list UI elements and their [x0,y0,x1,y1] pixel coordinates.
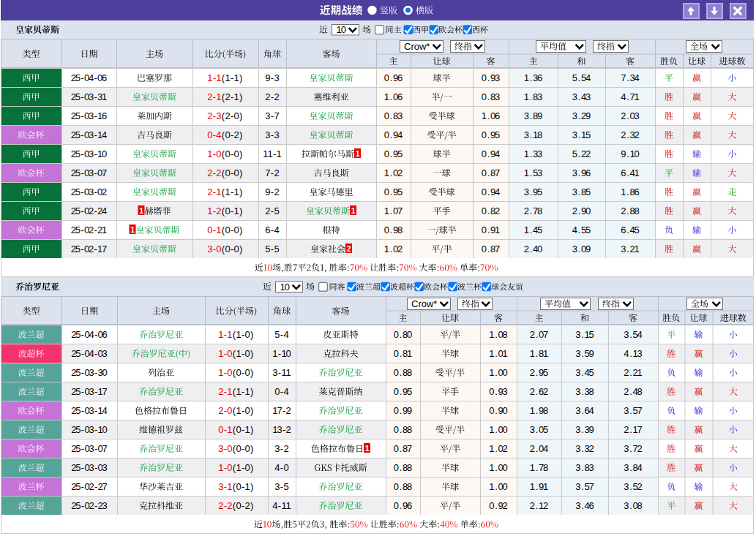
svg-text:1: 1 [139,206,143,215]
svg-text:25-03-17: 25-03-17 [71,386,108,397]
svg-text:0.95: 0.95 [394,386,412,397]
svg-text:1-1: 1-1 [207,72,221,83]
svg-text:0.95: 0.95 [482,129,500,140]
svg-text:Crow*: Crow* [411,298,437,309]
svg-text:3.46: 3.46 [575,500,594,511]
svg-text:3-0: 3-0 [207,244,221,254]
svg-text:3.85: 3.85 [572,186,591,197]
svg-text:3-0: 3-0 [218,443,232,454]
svg-text:25-04-03: 25-04-03 [71,348,108,359]
svg-text:2-1: 2-1 [207,186,221,197]
svg-text:25-02-17: 25-02-17 [71,244,108,254]
svg-text:3.52: 3.52 [624,481,642,492]
svg-text:2.32: 2.32 [621,129,639,140]
svg-text:25-02-23: 25-02-23 [71,500,108,511]
svg-text:0.96: 0.96 [384,72,403,83]
svg-text:2: 2 [347,244,351,253]
svg-text:1.98: 1.98 [530,405,548,416]
svg-text:0.99: 0.99 [394,405,412,416]
svg-text:(2-0): (2-0) [222,110,243,121]
svg-text:0.91: 0.91 [482,224,500,235]
svg-text:17-2: 17-2 [272,405,291,416]
svg-text:3.32: 3.32 [575,443,594,454]
svg-text:3.15: 3.15 [575,329,594,340]
svg-text:5-4: 5-4 [274,329,288,340]
svg-text:1.91: 1.91 [530,481,548,492]
svg-text:3.89: 3.89 [524,110,542,121]
svg-text:3.09: 3.09 [572,244,591,254]
svg-text:(0-1): (0-1) [233,424,254,435]
svg-text:0.83: 0.83 [482,91,500,102]
svg-text:(0-1): (0-1) [233,481,254,492]
svg-text:25-03-16: 25-03-16 [71,110,108,121]
svg-text:2.21: 2.21 [624,367,642,378]
svg-text:4.55: 4.55 [572,224,591,235]
svg-text:0.90: 0.90 [489,405,507,416]
svg-text:1-0: 1-0 [207,148,221,159]
svg-text:3.57: 3.57 [624,405,642,416]
svg-text:0.88: 0.88 [394,367,412,378]
svg-text:3.08: 3.08 [624,500,642,511]
svg-text:25-03-31: 25-03-31 [71,91,108,102]
svg-text:0.87: 0.87 [482,244,500,254]
svg-text:11-1: 11-1 [263,148,281,159]
svg-text:25-03-10: 25-03-10 [71,148,108,159]
svg-text:13-2: 13-2 [272,424,291,435]
svg-text:0.93: 0.93 [482,72,500,83]
svg-text:25-03-14: 25-03-14 [71,129,108,140]
svg-text:2-5: 2-5 [265,205,279,216]
svg-text:3.43: 3.43 [572,91,591,102]
svg-text:(1-1): (1-1) [233,386,254,397]
svg-text:2-1: 2-1 [207,91,221,102]
svg-text:3.95: 3.95 [524,186,542,197]
svg-text:1.53: 1.53 [524,167,542,178]
svg-text:25-03-07: 25-03-07 [71,167,108,178]
svg-text:1.81: 1.81 [530,348,548,359]
svg-text:2-2: 2-2 [207,167,221,178]
svg-text:3.57: 3.57 [575,481,594,492]
svg-text:5-5: 5-5 [265,244,279,254]
svg-text:25-03-10: 25-03-10 [71,424,108,435]
svg-text:0-4: 0-4 [274,386,288,397]
svg-text:2.78: 2.78 [524,205,542,216]
svg-text:3.21: 3.21 [621,244,639,254]
svg-text:3-2: 3-2 [274,443,288,454]
svg-text:0-1: 0-1 [207,224,221,235]
svg-text:(1-1): (1-1) [222,186,243,197]
svg-text:4-11: 4-11 [272,500,291,511]
svg-text:0.80: 0.80 [394,329,412,340]
svg-text:0-1: 0-1 [218,424,232,435]
svg-text:2.03: 2.03 [621,110,639,121]
svg-text:3.29: 3.29 [572,110,591,121]
svg-text:0.94: 0.94 [482,186,500,197]
svg-text:1.00: 1.00 [489,367,507,378]
svg-text:1.08: 1.08 [489,329,507,340]
svg-text:(1-1): (1-1) [222,72,243,83]
svg-text:0.88: 0.88 [394,462,412,473]
svg-text:0-4: 0-4 [207,129,221,140]
svg-text:2.40: 2.40 [524,244,542,254]
svg-text:1: 1 [130,225,135,234]
svg-text:1.02: 1.02 [384,244,403,254]
svg-text:3.84: 3.84 [624,462,642,473]
svg-text:25-03-30: 25-03-30 [71,367,108,378]
svg-text:25-02-21: 25-02-21 [71,224,108,235]
svg-text:(1-0): (1-0) [233,462,254,473]
svg-text:2.17: 2.17 [624,424,642,435]
svg-text:9.10: 9.10 [621,148,639,159]
svg-text:25-03-14: 25-03-14 [71,405,108,416]
svg-text:25-04-06: 25-04-06 [71,72,108,83]
svg-text:1.36: 1.36 [524,72,542,83]
svg-text:(0-0): (0-0) [222,167,243,178]
svg-text:(0-2): (0-2) [222,129,243,140]
svg-text:(0-0): (0-0) [233,367,254,378]
svg-text:25-02-27: 25-02-27 [71,481,108,492]
svg-text:(0-1): (0-1) [222,205,243,216]
svg-text:1.78: 1.78 [530,462,548,473]
svg-text:1.02: 1.02 [384,167,403,178]
svg-text:2.88: 2.88 [621,205,639,216]
svg-text:3-11: 3-11 [272,367,291,378]
svg-text:3.96: 3.96 [572,167,591,178]
svg-text:3.18: 3.18 [524,129,542,140]
svg-text:0.87: 0.87 [394,443,412,454]
